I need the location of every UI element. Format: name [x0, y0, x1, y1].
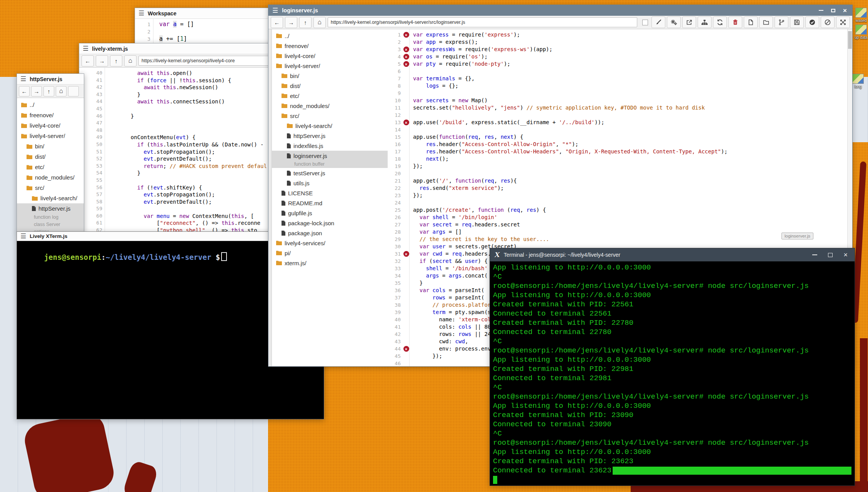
home-button[interactable]: ⌂ — [313, 17, 326, 28]
menu-icon[interactable]: ☰ — [138, 10, 144, 17]
tree-item-readme-md[interactable]: README.md — [272, 198, 388, 208]
toolbar-checkbox[interactable] — [642, 20, 648, 25]
desktop-icon[interactable]: long — [851, 74, 865, 89]
cancel-button[interactable] — [821, 17, 835, 28]
scrollbar-thumb[interactable] — [848, 31, 852, 49]
menu-icon[interactable]: ☰ — [20, 76, 26, 82]
back-button[interactable]: ← — [82, 55, 94, 66]
desktop-icon[interactable]: wased — [855, 8, 868, 23]
tree-item-etc[interactable]: etc/ — [17, 162, 84, 172]
lively-xterm-code-editor[interactable]: 40 await this.open()41 if (force || !thi… — [79, 68, 295, 232]
lively-xterm-titlebar[interactable]: ☰ lively-xterm.js — [79, 43, 295, 54]
minimize-icon[interactable] — [819, 10, 823, 11]
error-marker-icon[interactable]: × — [403, 32, 409, 38]
close-icon[interactable]: × — [843, 251, 848, 258]
terminal-selection-bar — [613, 467, 851, 475]
tree-item-src[interactable]: src/ — [17, 183, 84, 193]
line-number: 24 — [388, 199, 403, 206]
accept-button[interactable] — [805, 17, 819, 28]
tree-item-lively4-search[interactable]: lively4-search/ — [272, 121, 388, 131]
tree-item-dist[interactable]: dist/ — [17, 151, 84, 162]
error-marker-icon[interactable]: × — [403, 61, 409, 67]
up-button[interactable]: ↑ — [43, 86, 54, 96]
tree-item-dist[interactable]: dist/ — [272, 81, 388, 91]
line-number: 7 — [388, 75, 403, 82]
minimize-icon[interactable] — [812, 254, 817, 255]
tree-item-testserver-js[interactable]: testServer.js — [272, 168, 388, 178]
forward-button[interactable]: → — [96, 55, 108, 66]
terminal-titlebar[interactable]: X Terminal - jens@sensorpi: ~/lively4/li… — [490, 248, 855, 261]
up-button[interactable]: ↑ — [299, 17, 312, 28]
tree-item-src[interactable]: src/ — [272, 111, 388, 121]
tree-scrollbar[interactable] — [268, 29, 272, 366]
tree-item-package-lock-json[interactable]: package-lock.json — [272, 218, 388, 228]
error-marker-icon[interactable]: × — [403, 346, 409, 352]
tree-item-xterm-js[interactable]: xterm.js/ — [272, 258, 388, 268]
tree-item-lively4-server[interactable]: lively4-server/ — [272, 61, 388, 71]
tree-item-lively4-core[interactable]: lively4-core/ — [17, 120, 84, 131]
forward-button[interactable]: → — [31, 86, 42, 96]
terminal-screen[interactable]: App listening to http://0.0.0.0:3000^Cro… — [490, 261, 855, 485]
menu-icon[interactable]: ☰ — [83, 45, 88, 52]
home-button[interactable]: ⌂ — [124, 55, 137, 66]
httpserver-titlebar[interactable]: ☰ httpServer.js — [17, 74, 84, 85]
up-button[interactable]: ↑ — [110, 55, 122, 66]
error-marker-icon[interactable]: × — [403, 47, 409, 52]
tree-item-sublabel[interactable]: class Server — [17, 221, 84, 228]
tree-item-sublabel[interactable]: function buffer — [272, 161, 388, 168]
menu-icon[interactable]: ☰ — [272, 7, 278, 14]
tree-item-bin[interactable]: bin/ — [272, 71, 388, 81]
back-button[interactable]: ← — [271, 17, 283, 28]
maximize-icon[interactable] — [828, 253, 833, 257]
tree-item-[interactable]: ../ — [272, 31, 388, 41]
clipped-toolbar-button[interactable] — [68, 86, 79, 96]
tree-item-indexfiles-js[interactable]: indexfiles.js — [272, 141, 388, 151]
tree-item-package-json[interactable]: package.json — [272, 228, 388, 238]
open-external-button[interactable] — [682, 17, 696, 28]
error-marker-icon[interactable]: × — [403, 120, 409, 125]
delete-button[interactable] — [728, 17, 742, 28]
folder-icon — [276, 43, 282, 48]
close-icon[interactable]: × — [843, 7, 847, 14]
tree-item-node-modules[interactable]: node_modules/ — [17, 172, 84, 183]
tree-item-gulpfile-js[interactable]: gulpfile.js — [272, 208, 388, 218]
tree-item-bin[interactable]: bin/ — [17, 141, 84, 151]
url-input[interactable] — [328, 17, 637, 27]
tree-item-lively4-core[interactable]: lively4-core/ — [272, 51, 388, 61]
sitemap-button[interactable] — [698, 17, 711, 28]
tree-item-freenove[interactable]: freenove/ — [272, 41, 388, 51]
tree-item-[interactable]: ../ — [17, 100, 84, 110]
tree-item-freenove[interactable]: freenove/ — [17, 110, 84, 120]
versions-button[interactable] — [775, 17, 788, 28]
beautify-button[interactable] — [651, 17, 665, 28]
tree-item-httpserver-js[interactable]: httpServer.js — [272, 131, 388, 141]
refresh-button[interactable] — [713, 17, 727, 28]
tree-item-utils-js[interactable]: utils.js — [272, 178, 388, 188]
error-marker-icon[interactable]: × — [403, 251, 409, 257]
forward-button[interactable]: → — [285, 17, 297, 28]
tree-item-pi[interactable]: pi/ — [272, 248, 388, 258]
back-button[interactable]: ← — [19, 86, 30, 96]
tree-item-etc[interactable]: etc/ — [272, 91, 388, 101]
line-number: 44 — [388, 345, 403, 352]
settings-button[interactable] — [667, 17, 681, 28]
tree-item-httpserver-js[interactable]: httpServer.js — [17, 203, 84, 214]
desktop-icon[interactable]: up data — [855, 25, 868, 40]
save-button[interactable] — [790, 17, 804, 28]
home-button[interactable]: ⌂ — [56, 86, 67, 96]
loginserver-titlebar[interactable]: ☰ loginserver.js × — [268, 5, 852, 16]
maximize-icon[interactable] — [831, 9, 835, 12]
new-file-button[interactable] — [744, 17, 758, 28]
tree-item-lively4-server[interactable]: lively4-server/ — [17, 131, 84, 141]
error-marker-icon[interactable]: × — [403, 54, 409, 60]
code-text: var menu = new ContextMenu(this, [ — [111, 213, 254, 220]
tree-item-sublabel[interactable]: function log — [17, 214, 84, 221]
tree-item-lively4-search[interactable]: lively4-search/ — [17, 193, 84, 203]
new-folder-button[interactable] — [759, 17, 773, 28]
tree-item-node-modules[interactable]: node_modules/ — [272, 101, 388, 111]
tree-item-lively4-services[interactable]: lively4-services/ — [272, 238, 388, 248]
menu-icon[interactable]: ☰ — [20, 233, 26, 239]
tree-item-license[interactable]: LICENSE — [272, 188, 388, 198]
tree-item-loginserver-js[interactable]: loginserver.js — [272, 151, 388, 161]
fullscreen-button[interactable] — [836, 17, 850, 28]
